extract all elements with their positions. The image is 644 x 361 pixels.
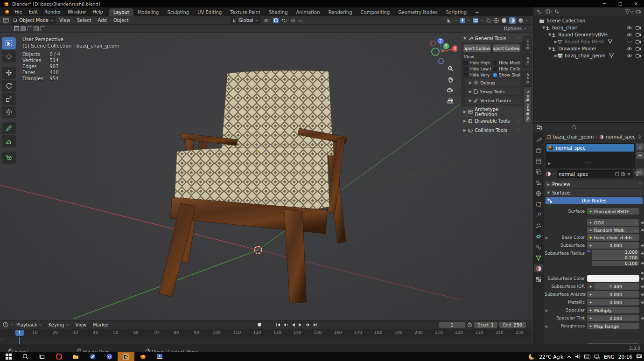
weather-moon-icon[interactable] <box>528 353 535 360</box>
camera-vis-icon[interactable] <box>636 33 641 37</box>
proportional-edit-icon[interactable] <box>291 18 295 23</box>
perspective-toggle-icon[interactable] <box>444 95 456 107</box>
import-codewalker-button[interactable]: Import Codew... <box>463 44 491 52</box>
animate-dot[interactable] <box>641 278 644 280</box>
eye-closed-icon[interactable] <box>626 40 632 44</box>
timeline-menu-marker[interactable]: Marker <box>90 322 112 327</box>
viewport-menu-object[interactable]: Object <box>110 18 132 23</box>
outliner-row[interactable]: ▼Bound GeometryBVH <box>533 31 644 38</box>
network-icon[interactable] <box>594 354 600 359</box>
select-mode-invert-icon[interactable] <box>34 26 39 31</box>
filter-funnel-icon[interactable] <box>625 9 630 14</box>
material-slot-list[interactable]: normal_spec ▶ ∷∷ <box>546 143 635 168</box>
add-slot-button[interactable]: + <box>636 143 644 151</box>
taskbar-discord[interactable] <box>101 352 118 361</box>
property-surface[interactable]: Principled BSDF <box>587 208 639 215</box>
eye-open-icon[interactable] <box>626 26 632 30</box>
language-indicator[interactable]: ENG <box>604 354 615 360</box>
viewport-menu-view[interactable]: View <box>56 18 74 23</box>
jump-to-start-icon[interactable] <box>276 323 280 327</box>
toggle-hide-very-l-[interactable]: Hide Very L... <box>463 73 491 77</box>
tool-add-cube-button[interactable] <box>2 152 16 164</box>
tool-cursor-button[interactable] <box>2 50 16 62</box>
properties-tab-world[interactable] <box>534 189 543 197</box>
panel-collision-tools[interactable]: ▶Collision Tools∷ <box>461 126 523 134</box>
jump-to-end-icon[interactable] <box>313 323 318 327</box>
properties-tab-render[interactable] <box>534 146 543 154</box>
export-codewalker-button[interactable]: Export Codew... <box>493 44 520 52</box>
outliner-row[interactable]: ▶Bound Poly Mesh <box>533 38 644 45</box>
playhead[interactable] <box>19 337 20 344</box>
viewport-menu-select[interactable]: Select <box>74 18 95 23</box>
snap-magnet-icon[interactable] <box>273 18 279 23</box>
properties-tab-object[interactable] <box>534 200 543 208</box>
volume-icon[interactable] <box>575 354 581 359</box>
taskbar-file-explorer[interactable] <box>67 352 84 361</box>
workspace-tab-rendering[interactable]: Rendering <box>324 8 356 16</box>
breadcrumb-object[interactable]: bazq_chair_geom <box>553 134 594 139</box>
hidden-icons-chevron-icon[interactable] <box>567 355 571 358</box>
timeline-menu-keying[interactable]: Keying <box>45 322 72 327</box>
timeline-menu-view[interactable]: View <box>72 322 90 327</box>
properties-tab-scene[interactable] <box>534 179 543 187</box>
properties-editor-icon[interactable] <box>536 125 543 130</box>
camera-vis-icon[interactable] <box>636 54 641 58</box>
timeline-editor-icon[interactable] <box>3 322 8 327</box>
animate-dot[interactable] <box>641 222 644 224</box>
tool-measure-button[interactable] <box>2 135 16 147</box>
object-visibility-icon[interactable] <box>447 18 452 23</box>
collapse-arrow-icon[interactable]: ‹ <box>1 337 3 342</box>
add-workspace-button[interactable]: + <box>471 8 483 16</box>
weather-widget[interactable]: 22°C Açık <box>539 354 563 360</box>
xray-toggle-icon[interactable] <box>486 18 491 23</box>
animate-dot[interactable] <box>641 262 644 264</box>
properties-tab-texture[interactable] <box>534 275 543 283</box>
taskbar-opera[interactable] <box>50 352 67 361</box>
panel-drag-handle[interactable]: ∷ <box>518 128 520 132</box>
pivot-point-icon[interactable] <box>264 18 270 23</box>
outliner-row[interactable]: ▼Drawable Model <box>533 45 644 52</box>
properties-tab-material[interactable] <box>534 264 543 272</box>
shading-rendered-icon[interactable] <box>518 18 524 23</box>
subpanel-debug[interactable]: ▶Debug <box>467 79 520 86</box>
play-reverse-icon[interactable] <box>291 323 295 327</box>
blender-menu-icon[interactable] <box>4 9 10 14</box>
eye-open-icon[interactable] <box>626 54 632 58</box>
sidebar-tab-view[interactable]: View <box>523 70 532 87</box>
animate-dot[interactable] <box>641 252 644 255</box>
expand-arrow-icon[interactable]: ▶ <box>546 323 548 330</box>
touch-keyboard-icon[interactable] <box>584 354 590 359</box>
properties-tab-particles[interactable] <box>534 222 543 229</box>
minimize-button[interactable]: ─ <box>596 0 612 7</box>
next-keyframe-icon[interactable] <box>305 323 310 327</box>
panel-drawable-tools[interactable]: ▶Drawable Tools∷ <box>461 117 523 125</box>
tool-move-button[interactable] <box>2 67 16 79</box>
properties-tab-output[interactable] <box>534 157 543 165</box>
editor-type-icon[interactable] <box>3 18 9 23</box>
show-gizmo-icon[interactable] <box>460 18 465 23</box>
snap-with-icon[interactable] <box>281 18 288 23</box>
copy-datablock-icon[interactable] <box>621 172 625 176</box>
taskbar-active-app[interactable] <box>118 352 134 361</box>
property-subsurface-radius-0[interactable]: 1.000 <box>592 250 639 255</box>
taskbar-windows-start[interactable] <box>0 352 17 361</box>
prev-keyframe-icon[interactable] <box>283 323 288 327</box>
pin-icon[interactable] <box>637 135 642 139</box>
taskbar-media-app[interactable] <box>151 352 168 361</box>
action-center-icon[interactable] <box>636 354 642 359</box>
auto-keying-icon[interactable] <box>467 322 472 327</box>
surface-panel-header[interactable]: ▼ Surface ∷ <box>545 189 644 196</box>
falloff-curve-icon[interactable] <box>298 18 304 23</box>
outliner-row[interactable]: ▼bazq_chair <box>533 24 644 31</box>
breadcrumb-material[interactable]: normal_spec <box>606 134 635 139</box>
sidebar-tab-item[interactable]: Item <box>523 36 532 52</box>
workspace-tab-compositing[interactable]: Compositing <box>357 8 394 16</box>
animate-dot[interactable] <box>641 272 644 274</box>
select-mode-extend-icon[interactable] <box>21 26 26 31</box>
property-metallic[interactable]: 0.000 <box>587 299 639 305</box>
workspace-tab-texture-paint[interactable]: Texture Paint <box>226 8 265 16</box>
property-roughness[interactable]: Map Range <box>587 323 639 329</box>
properties-tab-physics[interactable] <box>534 232 543 240</box>
remove-slot-button[interactable]: − <box>636 152 644 159</box>
property-random-walk[interactable]: Random Walk <box>587 227 639 233</box>
